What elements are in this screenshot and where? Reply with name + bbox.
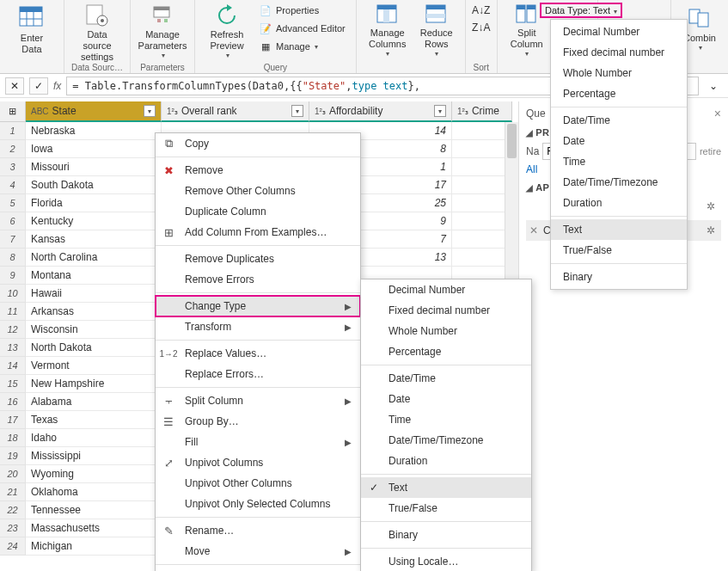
ctx-unpivot-other[interactable]: Unpivot Other Columns	[156, 473, 360, 494]
cell-crime[interactable]	[452, 122, 512, 140]
ctx-unpivot[interactable]: ⤢Unpivot Columns	[156, 452, 360, 473]
dt-duration[interactable]: Duration	[551, 193, 687, 213]
column-header-state[interactable]: ABC State ▾	[26, 101, 162, 122]
ctx-remove[interactable]: ✖Remove	[156, 160, 360, 181]
reduce-rows-button[interactable]: Reduce Rows▾	[415, 2, 458, 58]
dt-truefalse[interactable]: True/False	[551, 240, 687, 261]
dt-time[interactable]: Time	[551, 151, 687, 172]
sub-binary[interactable]: Binary	[361, 525, 531, 545]
delete-step-icon[interactable]: ✕	[529, 224, 538, 236]
cell-state[interactable]: Massachusetts	[26, 519, 162, 537]
dt-percentage[interactable]: Percentage	[551, 83, 687, 104]
ctx-move[interactable]: Move▶	[156, 541, 360, 562]
dt-fixed-decimal[interactable]: Fixed decimal number	[551, 42, 687, 63]
dt-decimal[interactable]: Decimal Number	[551, 21, 687, 42]
sort-desc-button[interactable]: Z↓A	[469, 19, 493, 36]
ctx-remove-other[interactable]: Remove Other Columns	[156, 181, 360, 201]
cell-state[interactable]: Montana	[26, 267, 162, 285]
cell-state[interactable]: Kansas	[26, 230, 162, 249]
ctx-drill-down[interactable]: Drill Down	[156, 568, 360, 571]
commit-formula-button[interactable]: ✓	[29, 77, 48, 95]
cell-state[interactable]: Wyoming	[26, 465, 162, 483]
cell-state[interactable]: Florida	[26, 194, 162, 212]
ctx-add-from-examples[interactable]: ⊞Add Column From Examples…	[156, 222, 360, 243]
dt-whole-number[interactable]: Whole Number	[551, 63, 687, 83]
cell-state[interactable]: Idaho	[26, 429, 162, 447]
filter-button[interactable]: ▾	[291, 105, 303, 117]
close-pane-button[interactable]: ×	[714, 107, 721, 120]
refresh-preview-button[interactable]: Refresh Preview▾	[202, 2, 252, 58]
dt-binary[interactable]: Binary	[551, 267, 687, 287]
column-header-overall-rank[interactable]: 1²₃ Overall rank ▾	[162, 101, 309, 122]
ctx-replace-values[interactable]: 1→2Replace Values…	[156, 343, 360, 364]
cancel-formula-button[interactable]: ✕	[5, 77, 24, 95]
sub-fixed[interactable]: Fixed decimal number	[361, 300, 531, 321]
cell-state[interactable]: Michigan	[26, 537, 162, 556]
sub-locale[interactable]: Using Locale…	[361, 551, 531, 571]
sub-duration[interactable]: Duration	[361, 451, 531, 471]
cell-crime[interactable]	[452, 176, 512, 194]
cell-state[interactable]: North Dakota	[26, 339, 162, 357]
cell-crime[interactable]	[452, 230, 512, 249]
sub-whole[interactable]: Whole Number	[361, 321, 531, 341]
cell-state[interactable]: Oklahoma	[26, 483, 162, 501]
expand-formula-button[interactable]: ⌄	[704, 77, 723, 95]
data-source-settings-button[interactable]: Data source settings	[72, 2, 122, 58]
sort-asc-button[interactable]: A↓Z	[469, 2, 493, 19]
ctx-rename[interactable]: ✎Rename…	[156, 520, 360, 541]
cell-state[interactable]: Nebraska	[26, 122, 162, 140]
ctx-remove-errors[interactable]: Remove Errors	[156, 269, 360, 290]
filter-button[interactable]: ▾	[434, 105, 446, 117]
cell-state[interactable]: South Dakota	[26, 176, 162, 194]
filter-button[interactable]: ▾	[144, 105, 156, 117]
dt-text[interactable]: Text	[551, 219, 687, 240]
dt-datetime[interactable]: Date/Time	[551, 110, 687, 131]
sub-pct[interactable]: Percentage	[361, 341, 531, 362]
cell-state[interactable]: Wisconsin	[26, 321, 162, 339]
cell-state[interactable]: Texas	[26, 411, 162, 429]
cell-state[interactable]: Iowa	[26, 140, 162, 158]
properties-button[interactable]: 📄Properties	[255, 2, 349, 19]
dt-dtz[interactable]: Date/Time/Timezone	[551, 172, 687, 193]
sub-decimal[interactable]: Decimal Number	[361, 279, 531, 300]
sub-dtz[interactable]: Date/Time/Timezone	[361, 430, 531, 451]
ctx-change-type[interactable]: Change Type▶	[156, 296, 360, 316]
cell-state[interactable]: Alabama	[26, 393, 162, 411]
cell-state[interactable]: Vermont	[26, 357, 162, 375]
cell-state[interactable]: Missouri	[26, 158, 162, 176]
dt-date[interactable]: Date	[551, 131, 687, 151]
collapse-icon[interactable]: ◢	[526, 183, 533, 193]
gear-icon[interactable]: ✲	[704, 200, 718, 213]
sub-text[interactable]: ✓Text	[361, 477, 531, 498]
cell-state[interactable]: Hawaii	[26, 285, 162, 303]
manage-button[interactable]: ▦Manage ▾	[255, 38, 349, 55]
ctx-unpivot-selected[interactable]: Unpivot Only Selected Columns	[156, 494, 360, 514]
advanced-editor-button[interactable]: 📝Advanced Editor	[255, 20, 349, 37]
cell-state[interactable]: Mississippi	[26, 447, 162, 465]
sub-datetime[interactable]: Date/Time	[361, 368, 531, 389]
cell-state[interactable]: Arkansas	[26, 303, 162, 321]
ctx-copy[interactable]: ⧉Copy	[156, 133, 360, 154]
scroll-thumb[interactable]	[507, 124, 517, 158]
table-corner[interactable]: ⊞	[0, 101, 26, 122]
sub-time[interactable]: Time	[361, 409, 531, 430]
cell-state[interactable]: Kentucky	[26, 212, 162, 230]
column-header-affordability[interactable]: 1²₃ Affordability ▾	[309, 101, 452, 122]
ctx-split-column[interactable]: ⫟Split Column▶	[156, 390, 360, 411]
ctx-group-by[interactable]: ☰Group By…	[156, 411, 360, 432]
cell-crime[interactable]	[452, 194, 512, 212]
manage-columns-button[interactable]: Manage Columns▾	[364, 2, 412, 58]
ctx-fill[interactable]: Fill▶	[156, 432, 360, 452]
column-header-crime[interactable]: 1²₃ Crime	[452, 101, 512, 122]
cell-state[interactable]: Tennessee	[26, 501, 162, 519]
all-properties-link[interactable]: All	[526, 163, 537, 175]
data-type-selector[interactable]: Data Type: Text ▾	[540, 3, 622, 18]
sub-tf[interactable]: True/False	[361, 498, 531, 519]
cell-state[interactable]: New Hampshire	[26, 375, 162, 393]
gear-icon[interactable]: ✲	[704, 224, 718, 237]
ctx-duplicate[interactable]: Duplicate Column	[156, 201, 360, 222]
sub-date[interactable]: Date	[361, 389, 531, 409]
ctx-transform[interactable]: Transform▶	[156, 316, 360, 337]
collapse-icon[interactable]: ◢	[526, 128, 533, 138]
manage-parameters-button[interactable]: Manage Parameters▾	[138, 2, 187, 58]
